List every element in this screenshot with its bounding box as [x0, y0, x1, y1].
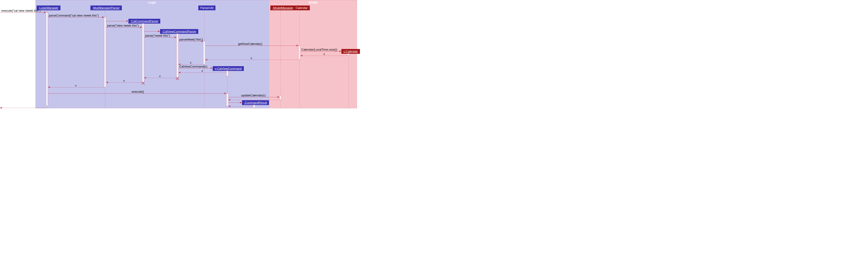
activation-cal-view-command-create [226, 71, 228, 76]
sequence-diagram: Logic Model :LogicManager :ModManagerPar… [0, 0, 357, 109]
frame-model: Model [269, 0, 357, 108]
frame-model-title: Model [309, 1, 317, 4]
activation-calendar-class [298, 45, 301, 60]
msg-updatecalendar [228, 97, 279, 97]
ret-c-to-parserutil [206, 60, 298, 60]
ret-v-to-cvcp [179, 72, 226, 73]
activation-cal-view-command-parser [176, 34, 179, 78]
destroy-calviewcommandparser [176, 77, 179, 80]
activation-mod-manager-parser [104, 17, 106, 87]
ret-v-to-ccp [144, 78, 176, 78]
lbl-ret-v4: v [75, 84, 77, 87]
destroy-calcommandparser [142, 81, 145, 85]
ret-v-to-lm [48, 87, 104, 88]
lbl-ret-c3: c [190, 61, 192, 64]
lifeline-logic-manager [47, 10, 47, 12]
activation-logic-manager [46, 12, 48, 106]
lbl-getnowcalendar: getNowCalendar() [238, 42, 262, 45]
lbl-ret-v2: v [159, 74, 161, 78]
lbl-ret-v3: v [123, 79, 125, 83]
lbl-calendar-ctor: Calendar(LocalTime.now()) [301, 48, 337, 51]
lifeline-model-manager-tail [280, 100, 281, 108]
ret-updatecalendar [228, 100, 279, 100]
lifeline-mod-manager-parser-tail [105, 87, 105, 108]
participant-model-manager: :ModelManager [270, 5, 295, 10]
participant-cal-view-command: v:CalViewCommand [213, 66, 244, 71]
lifeline-mod-manager-parser [105, 10, 105, 17]
lbl-ret-v1: v [202, 69, 203, 72]
ret-commandresult [228, 106, 253, 106]
participant-mod-manager-parser: :ModManagerParser [90, 5, 122, 10]
msg-getnowcalendar [206, 45, 298, 46]
msg-create-calviewcommandparser [144, 31, 160, 32]
lifeline-parser-util-tail [204, 64, 205, 108]
lbl-parseweek: parseWeek("this") [179, 38, 203, 41]
activation-model-manager [279, 95, 282, 100]
frame-logic-title: Logic [148, 1, 156, 4]
lbl-execute: execute("cal view /week this") [1, 9, 40, 12]
participant-command-result: :CommandResult [242, 100, 269, 105]
activation-parser-util [203, 41, 206, 64]
lbl-ret-c1: c [323, 52, 325, 56]
activation-cal-command-parser [142, 23, 144, 83]
participant-cal-command-parser: :CalCommandParser [128, 19, 160, 24]
lifeline-calendar-instance [348, 56, 349, 108]
lbl-ret-c2: c [251, 56, 252, 60]
activation-calendar-instance [347, 54, 350, 56]
msg-parsecommand [48, 17, 104, 18]
msg-parse1 [106, 27, 142, 28]
ret-c-to-cvcp [179, 64, 203, 65]
ret-c-to-calendar [301, 56, 347, 56]
lbl-parse1: parse("view /week this") [107, 24, 139, 27]
ret-final [0, 108, 46, 108]
msg-parseweek [179, 41, 203, 41]
participant-calendar-instance: c:Calendar [341, 49, 360, 54]
lbl-parsecommand: parseCommand("cal view /week this") [49, 14, 99, 17]
lifeline-parser-util [204, 10, 205, 41]
lbl-execute2: execute() [132, 90, 144, 93]
lbl-parse2: parse("/week this") [145, 34, 170, 37]
lifeline-model-manager [280, 10, 281, 95]
lbl-calviewcommand-ctor: CalViewCommand(c) [179, 65, 208, 68]
participant-parser-util: ParserUtil [198, 5, 215, 10]
msg-calendar-ctor [301, 51, 341, 52]
lbl-updatecalendar: updateCalendar(c) [241, 94, 266, 97]
lifeline-logic-manager-tail [47, 106, 47, 108]
msg-execute2 [48, 93, 226, 94]
activation-command-result [253, 105, 255, 108]
participant-cal-view-command-parser: :CalViewCommandParser [160, 29, 198, 34]
participant-calendar-class: Calendar [293, 5, 310, 10]
